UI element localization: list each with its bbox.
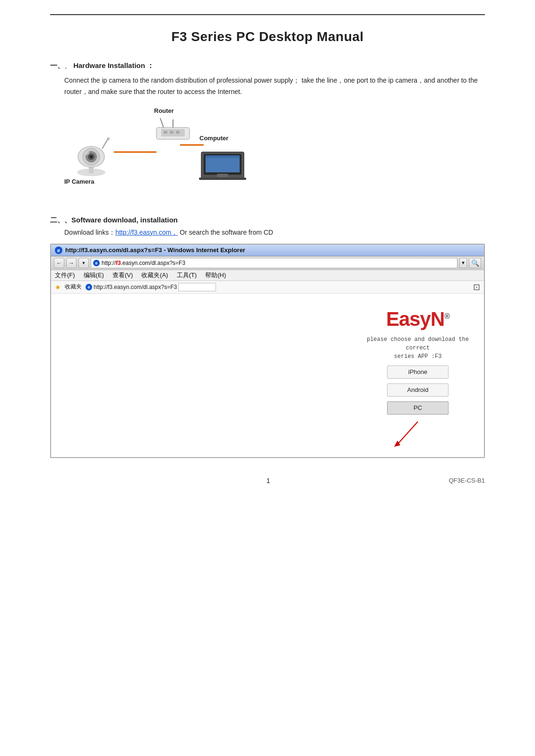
page-number: 1 (88, 477, 449, 484)
router-label: Router (154, 107, 174, 114)
svg-point-13 (90, 155, 93, 158)
section1-heading: 一、、 Hardware Installation ： (50, 61, 485, 70)
fav-page-icon (86, 284, 92, 290)
top-border (50, 14, 485, 15)
download-url-link[interactable]: http://f3.easyn.com， (115, 229, 178, 236)
browser-content-left (51, 294, 352, 457)
url-bar[interactable]: http://f3.easyn.com/dl.aspx?s=F3 (91, 258, 457, 268)
pc-button-wrapper: PC (387, 401, 449, 415)
svg-point-15 (107, 137, 110, 140)
menu-favorites[interactable]: 收藏夹(A) (141, 271, 168, 280)
iphone-button[interactable]: iPhone (387, 365, 449, 379)
svg-rect-21 (199, 178, 246, 180)
browser-menubar: 文件(F) 编辑(E) 查看(V) 收藏夹(A) 工具(T) 帮助(H) (51, 270, 484, 281)
menu-help[interactable]: 帮助(H) (205, 271, 226, 280)
network-diagram: Router (64, 107, 263, 202)
browser-content: EasyN® please choose and download the co… (51, 294, 484, 457)
browser-title-bar: http://f3.easyn.com/dl.aspx?s=F3 - Windo… (51, 245, 484, 256)
fav-item[interactable]: http://f3.easyn.com/dl.aspx?s=F3 (86, 283, 216, 291)
svg-rect-19 (206, 155, 240, 172)
section2-heading: 二、、Software download, installation (50, 216, 485, 225)
computer-label: Computer (199, 135, 228, 142)
url-text: http://f3.easyn.com/dl.aspx?s=F3 (102, 260, 185, 266)
browser-content-right: EasyN® please choose and download the co… (352, 294, 484, 457)
url-highlight: f3 (116, 260, 121, 266)
browser-favbar: ★ 收藏夹 http://f3.easyn.com/dl.aspx?s=F3 ⊡ (51, 281, 484, 294)
svg-line-25 (397, 422, 418, 445)
svg-line-14 (102, 139, 108, 149)
router-icon (152, 116, 194, 146)
browser-title-text: http://f3.easyn.com/dl.aspx?s=F3 - Windo… (65, 246, 245, 254)
page-footer: 1 QF3E-CS-B1 (50, 472, 485, 484)
svg-line-2 (160, 118, 164, 127)
fav-right-icon[interactable]: ⊡ (473, 282, 480, 292)
pc-button[interactable]: PC (387, 401, 449, 415)
menu-view[interactable]: 查看(V) (112, 271, 133, 280)
browser-toolbar[interactable]: ← → ▼ http://f3.easyn.com/dl.aspx?s=F3 ▼… (51, 256, 484, 270)
menu-file[interactable]: 文件(F) (55, 271, 75, 280)
fav-star-icon: ★ (55, 283, 61, 291)
fav-bar-label: 收藏夹 (65, 283, 82, 291)
section2-heading-container: 二、、Software download, installation Downl… (50, 216, 485, 237)
easyn-logo: EasyN® (386, 308, 449, 331)
svg-rect-22 (217, 174, 228, 177)
arrow-annotation (387, 419, 449, 448)
ie-icon (55, 246, 62, 254)
forward-button[interactable]: → (66, 258, 77, 268)
ipcam-label: IP Camera (64, 178, 112, 185)
svg-rect-20 (206, 155, 240, 158)
easyn-subtitle: please choose and download the correct s… (361, 335, 475, 361)
browser-window: http://f3.easyn.com/dl.aspx?s=F3 - Windo… (50, 244, 485, 458)
fav-input[interactable] (178, 283, 216, 291)
dropdown-button[interactable]: ▼ (78, 258, 89, 268)
menu-edit[interactable]: 编辑(E) (84, 271, 104, 280)
search-icon[interactable]: 🔍 (469, 258, 481, 268)
connection-line1 (114, 150, 161, 159)
menu-tools[interactable]: 工具(T) (177, 271, 197, 280)
url-dropdown[interactable]: ▼ (459, 258, 467, 268)
svg-rect-4 (164, 131, 167, 134)
section1-body: Connect the ip camera to the random dist… (64, 75, 485, 98)
connection-line2 (180, 143, 208, 152)
android-button[interactable]: Android (387, 383, 449, 397)
url-icon (93, 260, 100, 266)
svg-rect-5 (170, 131, 173, 134)
download-line: Download links：http://f3.easyn.com， Or s… (64, 229, 485, 237)
page-title: F3 Series PC Desktop Manual (50, 29, 485, 44)
back-button[interactable]: ← (54, 258, 64, 268)
fav-url-text: http://f3.easyn.com/dl.aspx?s=F3 (94, 284, 177, 290)
ip-camera-icon (64, 131, 119, 180)
page-code: QF3E-CS-B1 (449, 477, 485, 484)
svg-rect-6 (176, 131, 180, 134)
